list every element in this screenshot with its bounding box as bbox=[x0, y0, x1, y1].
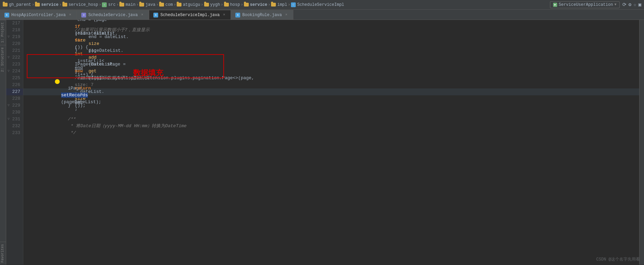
folder-icon bbox=[159, 3, 164, 7]
bc-java[interactable]: java bbox=[139, 2, 155, 7]
bc-label: service_hosp bbox=[69, 2, 98, 7]
bc-service[interactable]: service bbox=[35, 2, 58, 7]
sidebar-project[interactable]: 1: Project bbox=[0, 20, 6, 45]
line-num-233: 233 bbox=[6, 130, 23, 136]
tab-hospapi[interactable]: C HospApiController.java × bbox=[0, 10, 77, 20]
watermark: CSDN @这个名字先用看 bbox=[596, 256, 640, 262]
bc-label: src bbox=[108, 2, 116, 7]
tabs-bar: C HospApiController.java × I ScheduleSer… bbox=[0, 10, 644, 20]
code-editor[interactable]: 数据填充 int end = (page- 1 )*limit+limit; /… bbox=[23, 20, 639, 265]
tab-label: ScheduleService.java bbox=[88, 13, 138, 17]
breadcrumb: gh_parent › service › service_hosp › s s… bbox=[0, 0, 644, 10]
bc-gh-parent[interactable]: gh_parent bbox=[3, 2, 31, 7]
bc-service2[interactable]: service bbox=[244, 2, 267, 7]
folder-icon bbox=[244, 3, 249, 7]
line-num-225: 225 bbox=[6, 75, 23, 82]
interface-file-icon: I bbox=[81, 13, 86, 17]
bookmark-icon[interactable]: ☆ bbox=[633, 2, 636, 8]
folder-icon bbox=[204, 3, 209, 7]
tab-bookingrule[interactable]: C BookingRule.java × bbox=[231, 10, 293, 20]
bc-label: java bbox=[145, 2, 155, 7]
sidebar-structure[interactable]: 2: Structure bbox=[0, 45, 6, 74]
main-area: 1: Project 2: Structure Favorites 217 21… bbox=[0, 20, 644, 265]
line-num-229: 229 bbox=[6, 102, 23, 109]
line-num-222: 222 bbox=[6, 54, 23, 61]
tab-close-bookingrule[interactable]: × bbox=[284, 13, 289, 17]
tab-close-scheduleservice[interactable]: × bbox=[140, 13, 144, 17]
folder-icon bbox=[119, 3, 124, 7]
right-scrollbar[interactable] bbox=[639, 20, 644, 265]
code-line-226: IPage<Date> iPage = new com.baomidou.myb… bbox=[23, 82, 639, 88]
run-config-dropdown[interactable]: ▶ ServiceUserApplication ▼ bbox=[550, 1, 619, 8]
bc-label: gh_parent bbox=[9, 2, 31, 7]
line-num-227: 227 bbox=[6, 88, 23, 95]
run-config-label: ServiceUserApplication bbox=[559, 2, 613, 7]
line-num-231: 231 bbox=[6, 116, 23, 123]
bc-main[interactable]: main bbox=[119, 2, 136, 7]
line-num-223: 223 bbox=[6, 61, 23, 68]
line-num-224: 224 bbox=[6, 68, 23, 75]
folder-icon bbox=[62, 3, 67, 7]
java-file-icon-active: C bbox=[153, 13, 158, 17]
line-num-218: 218 bbox=[6, 27, 23, 34]
tab-close-hospapi[interactable]: × bbox=[68, 13, 72, 17]
java-icon: C bbox=[291, 2, 296, 7]
folder-icon bbox=[35, 3, 40, 7]
bc-label: yygh bbox=[210, 2, 220, 7]
bc-label: service bbox=[250, 2, 267, 7]
tab-label: HospApiController.java bbox=[11, 13, 66, 17]
dropdown-arrow: ▼ bbox=[614, 3, 617, 7]
sidebar-favorites[interactable]: Favorites bbox=[0, 242, 6, 265]
bc-service-hosp[interactable]: service_hosp bbox=[62, 2, 98, 7]
tab-label: BookingRule.java bbox=[242, 13, 282, 17]
line-num-217: 217 bbox=[6, 20, 23, 27]
folder-icon bbox=[139, 3, 144, 7]
line-num-221: 221 bbox=[6, 47, 23, 54]
folder-icon bbox=[177, 3, 182, 7]
bc-label: com bbox=[165, 2, 173, 7]
src-icon: s bbox=[102, 2, 107, 7]
left-side-panel: 1: Project 2: Structure Favorites bbox=[0, 20, 6, 265]
bc-src[interactable]: s src bbox=[102, 2, 116, 7]
bc-yygh[interactable]: yygh bbox=[204, 2, 220, 7]
bc-hosp[interactable]: hosp bbox=[224, 2, 240, 7]
line-num-230: 230 bbox=[6, 109, 23, 116]
line-num-228: 228 bbox=[6, 95, 23, 102]
tab-label: ScheduleServiceImpl.java bbox=[160, 13, 220, 17]
line-num-219: 219 bbox=[6, 34, 23, 40]
refresh-icon[interactable]: ⟳ bbox=[622, 2, 627, 8]
tab-close-scheduleserviceimpl[interactable]: × bbox=[222, 13, 226, 17]
run-icon: ▶ bbox=[553, 3, 557, 7]
bc-label: service bbox=[41, 2, 58, 7]
editor-container: 217 218 219 220 221 222 223 224 225 226 … bbox=[6, 20, 644, 265]
line-num-226: 226 bbox=[6, 82, 23, 88]
line-num-220: 220 bbox=[6, 40, 23, 47]
line-numbers: 217 218 219 220 221 222 223 224 225 226 … bbox=[6, 20, 23, 265]
tab-scheduleservice[interactable]: I ScheduleService.java × bbox=[77, 10, 149, 20]
bc-label: impl bbox=[277, 2, 287, 7]
bc-scheduleserviceimpl[interactable]: C ScheduleServiceImpl bbox=[291, 2, 344, 7]
line-num-232: 232 bbox=[6, 123, 23, 130]
folder-icon bbox=[3, 3, 8, 7]
bc-label: hosp bbox=[230, 2, 240, 7]
settings-icon[interactable]: ⚙ bbox=[629, 2, 631, 8]
java-file-icon: C bbox=[4, 13, 9, 17]
layout-icon[interactable]: ▣ bbox=[639, 2, 641, 8]
java-file-icon: C bbox=[235, 13, 240, 17]
bc-impl[interactable]: impl bbox=[271, 2, 287, 7]
bc-label: main bbox=[126, 2, 136, 7]
folder-icon bbox=[271, 3, 276, 7]
code-line-232: * 将Date日期（yyyy-MM-dd HH:mm）转换为DateTime bbox=[23, 123, 639, 130]
folder-icon bbox=[224, 3, 229, 7]
bc-com[interactable]: com bbox=[159, 2, 173, 7]
tab-scheduleserviceimpl[interactable]: C ScheduleServiceImpl.java × bbox=[149, 10, 231, 20]
bc-label: ScheduleServiceImpl bbox=[297, 2, 344, 7]
bc-label: atguigu bbox=[183, 2, 200, 7]
bc-atguigu[interactable]: atguigu bbox=[177, 2, 200, 7]
